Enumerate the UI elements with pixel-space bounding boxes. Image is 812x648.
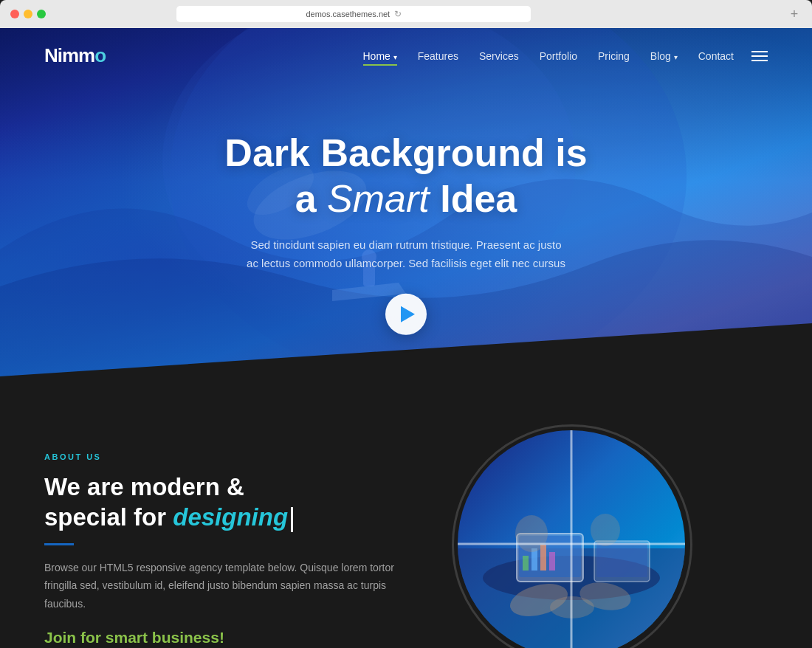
hero-title-line2: a Smart Idea xyxy=(185,176,627,221)
svg-point-19 xyxy=(515,515,548,552)
traffic-lights xyxy=(10,10,46,18)
nav-link-home[interactable]: Home ▾ xyxy=(363,50,397,66)
hero-diagonal-cut xyxy=(0,323,812,412)
about-heading-line2: special for designing xyxy=(44,502,413,532)
hero-title-line1: Dark Background is xyxy=(185,130,627,176)
browser-chrome: demos.casethemes.net ↻ + xyxy=(0,0,812,28)
nav-links: Home ▾ Features Services Portfolio Prici… xyxy=(363,49,734,63)
nav-item-features[interactable]: Features xyxy=(418,49,458,63)
svg-rect-13 xyxy=(549,552,555,571)
hamburger-line-1 xyxy=(751,51,768,52)
nav-item-pricing[interactable]: Pricing xyxy=(598,49,630,63)
url-text: demos.casethemes.net xyxy=(306,10,390,18)
navbar: Nimmo Home ▾ Features Services Portfolio xyxy=(0,28,812,83)
nav-item-portfolio[interactable]: Portfolio xyxy=(540,49,577,63)
about-heading-normal: special for xyxy=(44,503,173,531)
nav-link-pricing[interactable]: Pricing xyxy=(598,50,630,62)
about-heading-line1: We are modern & xyxy=(44,472,413,502)
hero-content: Dark Background is a Smart Idea Sed tinc… xyxy=(185,130,627,335)
nav-link-contact[interactable]: Contact xyxy=(698,50,734,62)
hero-title: Dark Background is a Smart Idea xyxy=(185,130,627,222)
hero-subtitle: Sed tincidunt sapien eu diam rutrum tris… xyxy=(244,235,568,273)
about-heading-accent: designing xyxy=(173,503,288,531)
about-right xyxy=(458,430,694,648)
hamburger-line-2 xyxy=(751,55,768,57)
about-text: Browse our HTML5 responsive agency templ… xyxy=(44,559,413,613)
svg-rect-12 xyxy=(540,545,546,571)
nav-link-blog[interactable]: Blog ▾ xyxy=(650,50,678,62)
hero-title-italic: Smart xyxy=(327,177,430,220)
circle-bg xyxy=(458,430,685,648)
about-divider xyxy=(44,543,74,545)
svg-rect-15 xyxy=(596,543,647,577)
address-bar[interactable]: demos.casethemes.net ↻ xyxy=(176,6,531,22)
about-label: ABOUT US xyxy=(44,452,413,461)
reload-icon[interactable]: ↻ xyxy=(394,9,402,19)
maximize-button[interactable] xyxy=(37,10,46,18)
minimize-button[interactable] xyxy=(24,10,32,18)
logo[interactable]: Nimmo xyxy=(44,44,106,67)
about-cursor xyxy=(291,507,293,532)
about-heading: We are modern & special for designing xyxy=(44,472,413,533)
about-cta-heading: Join for smart business! xyxy=(44,629,413,647)
play-button[interactable] xyxy=(385,294,427,335)
nav-item-home[interactable]: Home ▾ xyxy=(363,49,397,63)
hamburger-line-3 xyxy=(751,60,768,61)
nav-link-services[interactable]: Services xyxy=(479,50,519,62)
circle-image xyxy=(458,430,685,648)
new-tab-button[interactable]: + xyxy=(787,7,802,21)
hero-title-a: a xyxy=(295,177,327,220)
nav-item-blog[interactable]: Blog ▾ xyxy=(650,49,678,63)
logo-accent: o xyxy=(94,44,106,66)
about-left: ABOUT US We are modern & special for des… xyxy=(44,452,413,648)
home-arrow-icon: ▾ xyxy=(393,53,397,61)
hamburger-menu[interactable] xyxy=(751,51,768,61)
diagonal-shape xyxy=(0,323,812,412)
nav-link-portfolio[interactable]: Portfolio xyxy=(540,50,577,62)
svg-point-20 xyxy=(591,514,620,546)
hero-section: Nimmo Home ▾ Features Services Portfolio xyxy=(0,28,812,412)
play-icon xyxy=(401,306,415,323)
logo-text: Nimm xyxy=(44,44,94,66)
circle-crosshair-v xyxy=(571,430,573,648)
nav-link-features[interactable]: Features xyxy=(418,50,458,62)
svg-rect-10 xyxy=(523,556,529,571)
about-section: ABOUT US We are modern & special for des… xyxy=(0,412,812,648)
close-button[interactable] xyxy=(10,10,19,18)
hero-title-end: Idea xyxy=(430,177,517,220)
blog-arrow-icon: ▾ xyxy=(674,53,678,61)
website: Nimmo Home ▾ Features Services Portfolio xyxy=(0,28,812,648)
nav-item-services[interactable]: Services xyxy=(479,49,519,63)
nav-item-contact[interactable]: Contact xyxy=(698,49,734,63)
